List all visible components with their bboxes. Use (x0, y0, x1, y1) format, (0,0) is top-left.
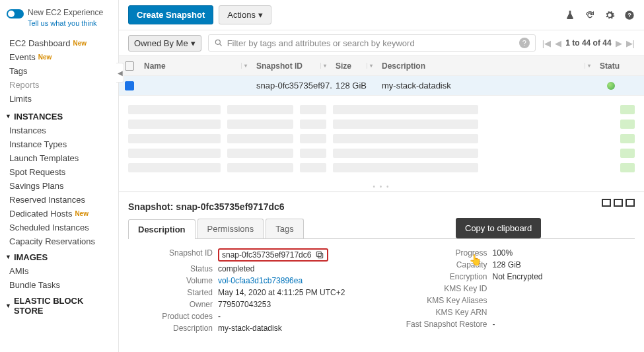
search-help-icon[interactable]: ? (519, 38, 530, 48)
chevron-down-icon: ▾ (258, 10, 263, 20)
sidebar-item-scheduled-instances[interactable]: Scheduled Instances (0, 221, 118, 234)
sidebar-header-instances[interactable]: INSTANCES (0, 108, 118, 123)
tab-tags[interactable]: Tags (266, 219, 303, 238)
sidebar-item-launch-templates[interactable]: Launch Templates (0, 151, 118, 165)
snapshot-id-highlight: snap-0fc35735ef9717dc6 (218, 248, 328, 262)
search-placeholder: Filter by tags and attributes or search … (227, 38, 415, 48)
copy-icon[interactable] (315, 250, 324, 260)
sidebar: New EC2 Experience Tell us what you thin… (0, 0, 119, 352)
sidebar-item-limits[interactable]: Limits (0, 92, 118, 106)
new-badge: New (75, 210, 89, 217)
filter-bar: Owned By Me ▾ Filter by tags and attribu… (119, 30, 644, 56)
pager-range: 1 to 44 of 44 (565, 38, 611, 48)
label-encryption: Encryption (395, 272, 487, 281)
cell-description: my-stack-datadisk (378, 81, 596, 90)
actions-dropdown[interactable]: Actions ▾ (219, 5, 271, 24)
new-badge: New (73, 40, 87, 47)
help-icon[interactable]: ? (624, 10, 635, 20)
sidebar-item-amis[interactable]: AMIs (0, 264, 118, 278)
pager-last[interactable]: ▶| (626, 38, 635, 48)
table-header: Name▾ Snapshot ID▾ Size▾ Description▾ St… (119, 56, 644, 76)
row-checkbox[interactable] (125, 81, 134, 90)
sidebar-item-ec2-dashboard[interactable]: EC2 Dashboard New (0, 36, 118, 50)
sidebar-item-spot-requests[interactable]: Spot Requests (0, 165, 118, 179)
pane-splitter[interactable]: • • • (119, 182, 644, 192)
pager-prev[interactable]: ◀ (555, 38, 561, 48)
svg-rect-5 (317, 252, 322, 256)
value-progress: 100% (493, 248, 630, 258)
svg-text:?: ? (627, 12, 631, 18)
sidebar-item-capacity-reservations[interactable]: Capacity Reservations (0, 234, 118, 248)
sidebar-item-instances[interactable]: Instances (0, 123, 118, 137)
view-mode-3[interactable] (626, 199, 635, 207)
cell-snapshot-id: snap-0fc35735ef97... (252, 81, 332, 90)
sidebar-item-instance-types[interactable]: Instance Types (0, 137, 118, 151)
label-volume: Volume (133, 276, 213, 285)
sidebar-header-ebs[interactable]: ELASTIC BLOCK STORE (0, 292, 118, 318)
label-snapshot-id: Snapshot ID (133, 248, 213, 258)
label-owner: Owner (133, 300, 213, 309)
sidebar-item-tags[interactable]: Tags (0, 64, 118, 78)
feedback-link[interactable]: Tell us what you think (28, 18, 103, 28)
select-all-checkbox[interactable] (125, 61, 134, 71)
column-description[interactable]: Description▾ (378, 61, 596, 71)
sidebar-header-images[interactable]: IMAGES (0, 248, 118, 264)
sidebar-item-savings-plans[interactable]: Savings Plans (0, 179, 118, 193)
sidebar-item-dedicated-hosts[interactable]: Dedicated Hosts New (0, 207, 118, 221)
view-mode-2[interactable] (614, 199, 623, 207)
new-experience-title: New EC2 Experience (28, 8, 103, 18)
pager: |◀ ◀ 1 to 44 of 44 ▶ ▶| (542, 38, 635, 48)
value-volume-link[interactable]: vol-0cfaa3d1cb73896ea (218, 276, 369, 285)
snapshot-table: Name▾ Snapshot ID▾ Size▾ Description▾ St… (119, 56, 644, 96)
search-icon (214, 38, 223, 48)
column-size[interactable]: Size▾ (332, 61, 378, 71)
table-row[interactable]: snap-0fc35735ef97... 128 GiB my-stack-da… (119, 76, 644, 96)
svg-rect-4 (318, 254, 323, 258)
search-input[interactable]: Filter by tags and attributes or search … (208, 34, 536, 52)
label-kms-arn: KMS Key ARN (395, 308, 487, 317)
status-indicator (607, 82, 615, 90)
label-kms-key-id: KMS Key ID (395, 284, 487, 293)
value-encryption: Not Encrypted (493, 272, 630, 281)
sidebar-item-events[interactable]: Events New (0, 50, 118, 64)
create-snapshot-button[interactable]: Create Snapshot (128, 5, 213, 24)
toolbar: Create Snapshot Actions ▾ ? (119, 0, 644, 30)
sidebar-collapser[interactable]: ◀ (116, 63, 124, 83)
details-panel: Snapshot: snap-0fc35735ef9717dc6 Descrip… (119, 192, 644, 352)
new-experience-toggle-row: New EC2 Experience Tell us what you thin… (0, 5, 118, 34)
sidebar-item-reports[interactable]: Reports (0, 78, 118, 92)
value-status: completed (218, 264, 369, 273)
owned-by-dropdown[interactable]: Owned By Me ▾ (128, 35, 201, 52)
flask-icon[interactable] (565, 10, 575, 20)
tab-description[interactable]: Description (128, 219, 196, 239)
pager-first[interactable]: |◀ (542, 38, 551, 48)
label-capacity: Capacity (395, 260, 487, 269)
label-progress: Progress (395, 248, 487, 258)
new-experience-toggle[interactable] (7, 9, 24, 18)
new-badge: New (38, 53, 52, 61)
sidebar-item-bundle-tasks[interactable]: Bundle Tasks (0, 278, 118, 292)
label-product-codes: Product codes (133, 312, 213, 321)
tab-permissions[interactable]: Permissions (197, 219, 264, 238)
label-fast-restore: Fast Snapshot Restore (395, 320, 487, 329)
details-title: Snapshot: snap-0fc35735ef9717dc6 (128, 199, 635, 219)
refresh-icon[interactable] (585, 10, 595, 20)
value-owner: 779507043253 (218, 300, 369, 309)
column-status[interactable]: Statu (596, 61, 626, 71)
value-fast-restore: - (493, 320, 630, 329)
main-panel: Create Snapshot Actions ▾ ? Owned By Me … (119, 0, 644, 352)
view-mode-1[interactable] (602, 199, 611, 207)
gear-icon[interactable] (604, 10, 615, 20)
svg-line-3 (219, 44, 221, 46)
pager-next[interactable]: ▶ (616, 38, 622, 48)
label-kms-aliases: KMS Key Aliases (395, 296, 487, 305)
sidebar-item-reserved-instances[interactable]: Reserved Instances (0, 193, 118, 207)
value-capacity: 128 GiB (493, 260, 630, 269)
label-started: Started (133, 288, 213, 297)
view-mode-icons (602, 199, 635, 207)
column-snapshot-id[interactable]: Snapshot ID▾ (252, 61, 332, 71)
redacted-rows (119, 96, 644, 182)
value-snapshot-id: snap-0fc35735ef9717dc6 (222, 250, 311, 260)
column-name[interactable]: Name▾ (140, 61, 252, 71)
value-product-codes: - (218, 312, 369, 321)
